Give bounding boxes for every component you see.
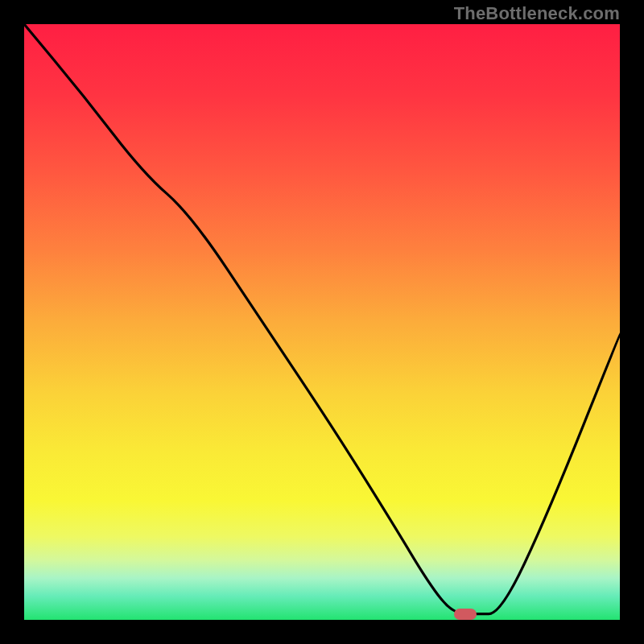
chart-container: TheBottleneck.com: [0, 0, 644, 644]
plot-area: [24, 24, 620, 620]
optimum-marker: [454, 609, 477, 620]
bottleneck-curve: [24, 24, 620, 620]
watermark-label: TheBottleneck.com: [454, 3, 620, 24]
